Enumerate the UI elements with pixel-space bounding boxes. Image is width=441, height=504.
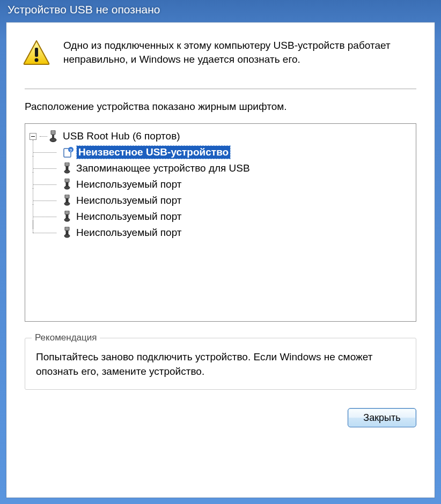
tree-root-row[interactable]: USB Root Hub (6 портов): [30, 128, 411, 144]
recommendation-text: Попытайтесь заново подключить устройство…: [36, 346, 405, 379]
tree-connector: [40, 136, 47, 137]
tree-connector: [30, 176, 62, 192]
svg-point-1: [35, 58, 39, 62]
svg-rect-8: [65, 162, 69, 166]
content: Одно из подключенных к этому компьютеру …: [6, 23, 435, 498]
recommendation-group: Рекомендация Попытайтесь заново подключи…: [25, 338, 416, 390]
unknown-device-icon: ?: [63, 147, 74, 158]
svg-point-13: [64, 186, 70, 189]
button-row: Закрыть: [6, 390, 435, 438]
svg-point-10: [64, 170, 70, 173]
collapse-icon[interactable]: [30, 133, 36, 140]
tree-connector: [30, 225, 62, 241]
usb-plug-icon: [63, 162, 71, 174]
svg-rect-20: [65, 227, 69, 231]
titlebar[interactable]: Устройство USB не опознано: [0, 0, 441, 20]
tree-item[interactable]: Неиспользуемый порт: [30, 192, 411, 209]
dialog-window: Устройство USB не опознано: [0, 0, 441, 504]
tree-root-label: USB Root Hub (6 портов): [61, 130, 182, 143]
tree-item[interactable]: ? Неизвестное USB-устройство: [30, 144, 411, 160]
usb-plug-icon: [63, 179, 71, 190]
tree-item-label: Запоминающее устройство для USB: [75, 162, 252, 175]
tree-connector: [30, 144, 62, 160]
svg-point-19: [64, 218, 70, 221]
window-title: Устройство USB не опознано: [8, 3, 160, 16]
tree-item[interactable]: Неиспользуемый порт: [30, 176, 411, 192]
tree-connector: [30, 160, 62, 176]
svg-rect-0: [35, 48, 38, 57]
recommendation-title: Рекомендация: [32, 332, 100, 343]
usb-plug-icon: [63, 195, 71, 206]
svg-point-4: [50, 138, 56, 142]
svg-point-16: [64, 202, 70, 205]
tree-caption: Расположение устройства показано жирным …: [6, 90, 435, 116]
tree-item[interactable]: Неиспользуемый порт: [30, 209, 411, 225]
tree-item[interactable]: Запоминающее устройство для USB: [30, 160, 411, 176]
svg-rect-11: [65, 179, 69, 182]
tree-item-label: Неиспользуемый порт: [75, 210, 183, 223]
tree-item-label: Неиспользуемый порт: [75, 178, 183, 191]
svg-rect-14: [65, 195, 69, 198]
tree-connector: [30, 209, 62, 225]
tree-item[interactable]: Неиспользуемый порт: [30, 225, 411, 241]
tree-item-label: Неиспользуемый порт: [75, 226, 183, 239]
tree-connector: [30, 192, 62, 209]
tree-item-label: Неизвестное USB-устройство: [77, 146, 230, 159]
usb-hub-icon: [48, 130, 58, 142]
message-row: Одно из подключенных к этому компьютеру …: [6, 23, 435, 73]
svg-rect-2: [51, 130, 55, 135]
usb-plug-icon: [63, 227, 71, 239]
warning-icon: [23, 40, 50, 68]
device-tree[interactable]: USB Root Hub (6 портов) ? Неизвестное US…: [25, 123, 416, 322]
client-area: Одно из подключенных к этому компьютеру …: [6, 22, 435, 498]
svg-rect-17: [65, 211, 69, 214]
svg-text:?: ?: [70, 148, 72, 153]
close-button[interactable]: Закрыть: [348, 408, 416, 427]
message-text: Одно из подключенных к этому компьютеру …: [63, 39, 416, 66]
svg-point-22: [64, 234, 70, 238]
usb-plug-icon: [63, 211, 71, 223]
tree-item-label: Неиспользуемый порт: [75, 194, 183, 207]
